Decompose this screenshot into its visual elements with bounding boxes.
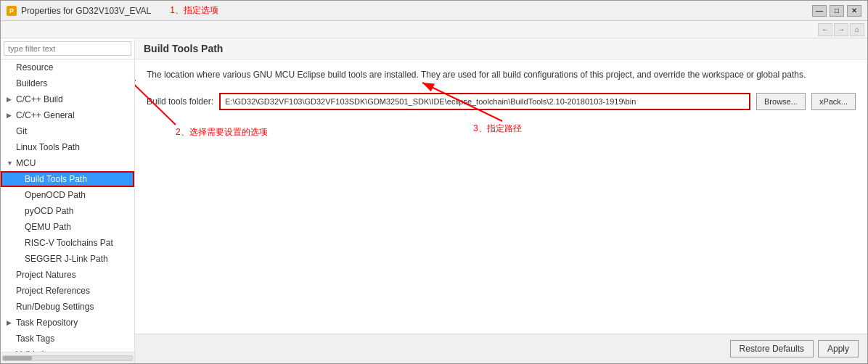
- main-content: Resource Builders ▶ C/C++ Build ▶ C/C++ …: [1, 38, 867, 363]
- scroll-track: [2, 355, 133, 361]
- sidebar-item-task-tags[interactable]: Task Tags: [1, 331, 134, 347]
- arrow-icon: ▼: [7, 157, 14, 170]
- sidebar-item-task-repository[interactable]: ▶ Task Repository: [1, 315, 134, 331]
- sidebar-item-cpp-general[interactable]: ▶ C/C++ General: [1, 107, 134, 123]
- title-bar: P Properties for GD32V103V_EVAL 1、指定选项 —…: [1, 1, 867, 21]
- sidebar-item-openocd-path[interactable]: OpenOCD Path: [1, 187, 134, 203]
- properties-window: P Properties for GD32V103V_EVAL 1、指定选项 —…: [0, 0, 868, 364]
- sidebar-item-mcu[interactable]: ▼ MCU: [1, 155, 134, 171]
- sidebar-item-label: Resource: [16, 61, 53, 74]
- sidebar-item-git[interactable]: Git: [1, 123, 134, 139]
- xpack-button[interactable]: xPack...: [811, 93, 856, 110]
- content-area: Build Tools Path The location where vari…: [135, 38, 867, 363]
- sidebar-item-label: Builders: [16, 77, 47, 90]
- restore-defaults-button[interactable]: Restore Defaults: [730, 340, 814, 357]
- minimize-button[interactable]: —: [812, 5, 827, 17]
- browse-button[interactable]: Browse...: [756, 93, 806, 110]
- sidebar-item-validation[interactable]: ▶ Validation: [1, 347, 134, 352]
- sidebar-item-label: C/C++ General: [16, 109, 75, 122]
- sidebar-item-qemu-path[interactable]: QEMU Path: [1, 219, 134, 235]
- sidebar-item-pyocd-path[interactable]: pyOCD Path: [1, 203, 134, 219]
- content-title: Build Tools Path: [144, 43, 223, 54]
- content-footer: Restore Defaults Apply: [135, 334, 867, 363]
- toolbar: ← → ⌂: [1, 21, 867, 38]
- sidebar-item-segger-jlink[interactable]: SEGGER J-Link Path: [1, 251, 134, 267]
- sidebar-item-label: RISC-V Toolchains Pat: [25, 236, 113, 249]
- form-row: Build tools folder: Browse... xPack...: [147, 93, 856, 110]
- sidebar-item-cpp-build[interactable]: ▶ C/C++ Build: [1, 91, 134, 107]
- sidebar-item-resource[interactable]: Resource: [1, 59, 134, 75]
- search-box: [1, 38, 134, 59]
- description-text: The location where various GNU MCU Eclip…: [147, 68, 856, 81]
- sidebar-item-label: Task Repository: [16, 316, 78, 329]
- sidebar-item-label: Build Tools Path: [25, 173, 87, 186]
- sidebar-item-linux-tools-path[interactable]: Linux Tools Path: [1, 139, 134, 155]
- form-label: Build tools folder:: [147, 96, 213, 107]
- scroll-thumb: [3, 356, 32, 360]
- sidebar-item-run-debug-settings[interactable]: Run/Debug Settings: [1, 299, 134, 315]
- sidebar-item-label: C/C++ Build: [16, 93, 63, 106]
- content-header: Build Tools Path: [135, 38, 867, 59]
- sidebar-item-project-natures[interactable]: Project Natures: [1, 267, 134, 283]
- search-input[interactable]: [4, 41, 131, 56]
- sidebar-item-label: SEGGER J-Link Path: [25, 252, 108, 265]
- maximize-button[interactable]: □: [830, 5, 844, 17]
- window-title: Properties for GD32V103V_EVAL: [21, 6, 151, 16]
- annotation-step1: 1、指定选项: [170, 4, 218, 17]
- arrow-icon: ▶: [7, 316, 14, 329]
- sidebar-item-builders[interactable]: Builders: [1, 75, 134, 91]
- arrow-icon: ▶: [7, 109, 14, 122]
- arrow-svg-3: [147, 119, 582, 177]
- sidebar-item-build-tools-path[interactable]: Build Tools Path: [1, 171, 134, 187]
- sidebar-item-label: Run/Debug Settings: [16, 300, 94, 313]
- arrow-icon: ▶: [7, 93, 14, 106]
- sidebar-item-label: Task Tags: [16, 332, 54, 345]
- sidebar: Resource Builders ▶ C/C++ Build ▶ C/C++ …: [1, 38, 135, 363]
- sidebar-item-label: Linux Tools Path: [16, 141, 80, 154]
- apply-button[interactable]: Apply: [818, 340, 859, 357]
- close-button[interactable]: ✕: [847, 5, 861, 17]
- sidebar-scrollbar[interactable]: [1, 352, 134, 363]
- build-tools-folder-input[interactable]: [219, 93, 750, 110]
- sidebar-item-label: QEMU Path: [25, 220, 71, 233]
- sidebar-item-label: Project Natures: [16, 268, 76, 281]
- home-button[interactable]: ⌂: [850, 23, 864, 36]
- window-icon: P: [7, 6, 17, 16]
- title-controls: — □ ✕: [812, 5, 861, 17]
- sidebar-item-label: pyOCD Path: [25, 204, 73, 218]
- sidebar-item-label: Git: [16, 125, 27, 138]
- back-button[interactable]: ←: [818, 23, 832, 36]
- annotation-area: 2、选择需要设置的选项 3、指定路径: [147, 119, 856, 177]
- content-body: The location where various GNU MCU Eclip…: [135, 59, 867, 334]
- forward-button[interactable]: →: [834, 23, 848, 36]
- title-bar-left: P Properties for GD32V103V_EVAL 1、指定选项: [7, 4, 218, 17]
- sidebar-item-label: OpenOCD Path: [25, 189, 86, 202]
- tree: Resource Builders ▶ C/C++ Build ▶ C/C++ …: [1, 59, 134, 352]
- sidebar-item-label: Project References: [16, 284, 90, 297]
- sidebar-item-project-references[interactable]: Project References: [1, 283, 134, 299]
- sidebar-item-label: MCU: [16, 157, 36, 170]
- sidebar-item-risc-v-toolchains[interactable]: RISC-V Toolchains Pat: [1, 235, 134, 251]
